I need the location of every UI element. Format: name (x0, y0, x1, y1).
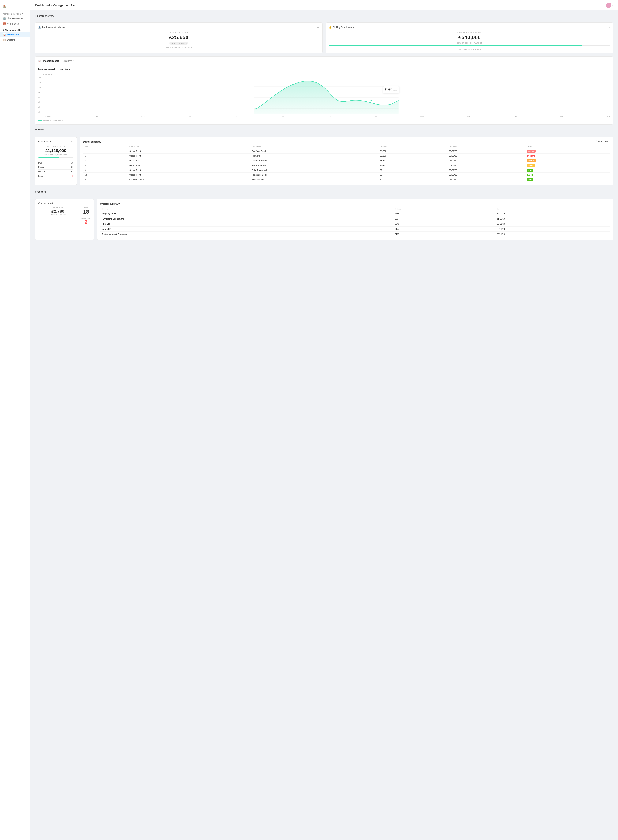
chart-subtitle: TOTAL OWED IN (38, 73, 610, 75)
debtor-progress-bar (38, 157, 73, 158)
cell-status: PAID (525, 177, 610, 182)
owed-out-label: OWED OUT (38, 207, 78, 209)
table-row: 1 Ocean Point Pol Soria €1,200 03/02/20 … (83, 153, 610, 158)
cell-balance: €0 (378, 177, 447, 182)
y-label-12k: 12k (38, 82, 41, 83)
group-label: Management Co (5, 29, 21, 31)
sidebar-item-debtors[interactable]: 📋 Debtors (0, 37, 30, 43)
tab-financial-overview[interactable]: Financial overview (35, 13, 55, 19)
stat-paying: Paying 22 (38, 165, 73, 169)
y-label-6k: 6k (38, 96, 41, 98)
report-card-header: 📈 Financial report Creditors ▾ (38, 60, 610, 65)
debtor-report-card: Debtor report ··· PAID YEAR TO DATE £1,1… (35, 137, 77, 185)
cell-due: 03/02/20 (447, 173, 525, 177)
cell-balance: €1,200 (378, 149, 447, 153)
tab-financial-report[interactable]: 📈 Financial report (38, 60, 59, 63)
bank-card-menu[interactable]: ··· (316, 26, 319, 29)
logo-icon: 🏠 (3, 5, 6, 8)
stat-legal: Legal 2 (38, 174, 73, 178)
stat-label: Paying (38, 166, 45, 168)
table-row: 4 Ocean Point Boniface Esanji €1,200 03/… (83, 149, 610, 153)
cell-status: UNPAID (525, 149, 610, 153)
sidebar-item-dashboard[interactable]: 📊 Dashboard (0, 32, 30, 37)
sinking-card-menu[interactable]: ··· (607, 26, 610, 29)
top-cards-row: 🏦 Bank account balance ··· ACCOUNT BALAN… (35, 22, 614, 54)
cell-owner: Phakamile Sikali (250, 173, 379, 177)
cell-status: PAYDUE (525, 158, 610, 163)
topbar: Dashboard - Management Co ▾ (30, 0, 618, 10)
col-owner: Unit owner (250, 145, 379, 149)
cell-balance: €0 (378, 173, 447, 177)
debtor-cards-row: Debtor report ··· PAID YEAR TO DATE £1,1… (35, 137, 614, 185)
cell-status: PAID (525, 173, 610, 177)
creditor-report-header: Creditor report (38, 202, 91, 205)
y-label-8k: 8k (38, 91, 41, 93)
creditors-chart (43, 76, 610, 114)
sinking-balance-label: SINKING FUND BALANCE (329, 31, 610, 33)
overdue-label: OVERDUE (82, 217, 91, 219)
cell-due: 16/11/20 (495, 221, 610, 226)
balance-label: ACCOUNT BALANCE (38, 31, 319, 33)
due-label: DUE (82, 207, 91, 209)
bank-account-card: 🏦 Bank account balance ··· ACCOUNT BALAN… (35, 22, 323, 54)
col-due: Due date (447, 145, 525, 149)
sinking-progress-fill (329, 45, 582, 46)
chevron-icon: ▾ (22, 13, 23, 15)
sidebar-item-your-blocks[interactable]: 🧱 Your blocks (0, 21, 30, 27)
bank-account-tag: 20-10-71 · 13429820 (169, 42, 189, 45)
sidebar-management-agent[interactable]: Management Agent ▾ (0, 11, 30, 16)
management-agent-label: Management Agent (3, 13, 21, 15)
bank-card-header: 🏦 Bank account balance ··· (38, 26, 319, 29)
x-label-may: May (281, 115, 284, 117)
topbar-right: ▾ (606, 3, 614, 8)
owed-out-amount: £2,780 (38, 209, 78, 214)
debtor-report-title: Debtor report (38, 140, 52, 143)
col-supplier: Supplier (100, 207, 393, 211)
y-label-10k: 10k (38, 86, 41, 88)
cell-supplier: REM Ltd (100, 221, 393, 226)
cell-unit: 18 (83, 173, 128, 177)
cell-balance: €346 (393, 221, 495, 226)
sidebar-group-management-co[interactable]: ▴ Management Co (0, 27, 30, 32)
debtors-button[interactable]: DEBTORS (596, 140, 610, 143)
cell-due: 03/02/20 (447, 149, 525, 153)
user-avatar[interactable] (606, 3, 611, 8)
col-balance: Balance (393, 207, 495, 211)
sidebar-item-your-companies[interactable]: 🏢 Your companies (0, 16, 30, 21)
y-label-0k: 0k (38, 111, 41, 113)
chart-tooltip: £4,323 1ST AUG, 2019 (383, 86, 399, 93)
bank-icon: 🏦 (38, 26, 41, 29)
debtor-summary-title: Debtor summary (83, 140, 101, 143)
cell-owner: Pol Soria (250, 153, 379, 158)
stat-label: Unpaid (38, 170, 45, 173)
table-row: 9 Caddick Corner Wim Willems €0 03/02/20… (83, 177, 610, 182)
sinking-card-header: 💰 Sinking fund balance ··· (329, 26, 610, 29)
col-unit: Unit (83, 145, 128, 149)
tab-creditors-report[interactable]: Creditors ▾ (63, 60, 74, 63)
debtor-summary-header: Debtor summary DEBTORS (83, 140, 610, 143)
col-due: Due (495, 207, 610, 211)
companies-icon: 🏢 (3, 17, 6, 20)
legend-label: AMMOUNT OWED OUT (43, 119, 63, 121)
paid-ytd-label: PAID YEAR TO DATE (38, 146, 73, 147)
creditors-section: Creditors Creditor report OWED OUT £2,78… (35, 190, 614, 240)
creditor-summary-title: Creditor summary (100, 203, 120, 205)
cell-balance: €80 (393, 216, 495, 221)
table-row: Foster Moran & Company €160 28/11/20 (100, 232, 610, 237)
table-row: 3 Ocean Point Cvita Doleschall €0 03/02/… (83, 168, 610, 173)
cell-balance: €800 (378, 158, 447, 163)
cell-balance: €1,200 (378, 153, 447, 158)
cred-header-row: Supplier Balance Due (100, 207, 610, 211)
sidebar-item-label: Debtors (7, 39, 15, 41)
table-row: Lynch EK €177 18/11/20 (100, 226, 610, 232)
chart-legend: AMMOUNT OWED OUT (38, 119, 610, 121)
bank-reconciled-text: RECONCILED 12 HOURS AGO (38, 47, 319, 49)
x-label-month: MONTH (45, 115, 51, 117)
sinking-card-title: 💰 Sinking fund balance (329, 26, 354, 29)
debtor-report-menu[interactable]: ··· (70, 140, 73, 143)
avatar-chevron[interactable]: ▾ (612, 4, 614, 6)
cell-due: 31/10/19 (495, 216, 610, 221)
cell-unit: 3 (83, 168, 128, 173)
sinking-progress-bar (329, 45, 610, 46)
stat-value: 52 (71, 170, 73, 173)
